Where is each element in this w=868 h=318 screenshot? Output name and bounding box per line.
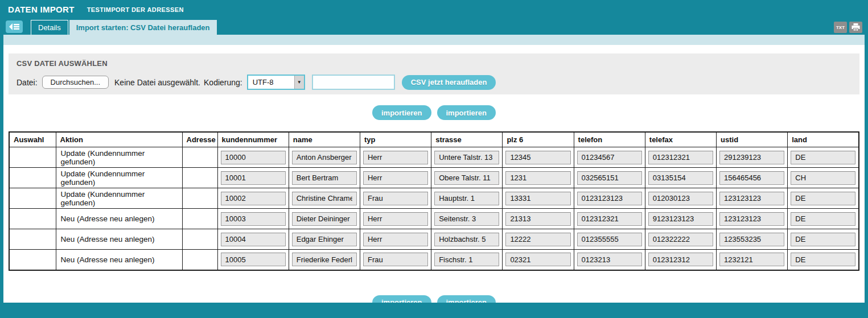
field-cell	[788, 147, 859, 168]
field-input[interactable]	[505, 171, 570, 185]
field-cell	[503, 209, 574, 229]
auswahl-cell	[9, 250, 56, 270]
field-input[interactable]	[719, 212, 784, 226]
field-input[interactable]	[292, 192, 357, 205]
field-cell	[431, 250, 503, 270]
adresse-cell	[182, 188, 217, 209]
main-content: CSV DATEI AUSWÄHLEN Datei: Durchsuchen..…	[3, 35, 865, 303]
field-input[interactable]	[363, 212, 428, 226]
field-input[interactable]	[221, 212, 286, 226]
import-button[interactable]: importieren	[372, 105, 431, 120]
field-input[interactable]	[791, 253, 855, 266]
adresse-cell	[182, 229, 217, 250]
tab-details[interactable]: Details	[31, 20, 68, 35]
field-input[interactable]	[505, 233, 570, 246]
field-input[interactable]	[505, 151, 570, 164]
field-cell	[431, 188, 503, 209]
import-button-group: importierenimportieren	[3, 295, 865, 303]
field-input[interactable]	[648, 212, 713, 226]
field-cell	[217, 250, 289, 270]
column-header: strasse	[431, 132, 503, 147]
field-input[interactable]	[434, 212, 499, 226]
file-label: Datei:	[17, 78, 38, 87]
field-cell	[217, 188, 289, 209]
filename-input[interactable]	[312, 75, 395, 90]
app-header: DATEN IMPORT TESTIMPORT DER ADRESSEN	[0, 0, 868, 19]
table-row: Neu (Adresse neu anlegen)	[9, 250, 859, 270]
field-input[interactable]	[791, 151, 855, 164]
field-input[interactable]	[363, 151, 428, 164]
field-input[interactable]	[648, 192, 713, 205]
field-input[interactable]	[363, 253, 428, 266]
print-button[interactable]	[849, 22, 862, 33]
field-input[interactable]	[791, 192, 855, 205]
field-input[interactable]	[292, 233, 357, 246]
field-input[interactable]	[292, 171, 357, 185]
field-input[interactable]	[719, 192, 784, 205]
field-input[interactable]	[292, 151, 357, 164]
import-button[interactable]: importieren	[437, 295, 496, 303]
column-header: name	[289, 132, 360, 147]
field-cell	[503, 229, 574, 250]
field-input[interactable]	[791, 233, 855, 246]
field-input[interactable]	[434, 233, 499, 246]
field-input[interactable]	[577, 233, 642, 246]
aktion-cell: Neu (Adresse neu anlegen)	[56, 229, 182, 250]
table-body: Update (Kundennummer gefunden)Update (Ku…	[9, 147, 859, 270]
field-input[interactable]	[505, 192, 570, 205]
auswahl-cell	[9, 188, 56, 209]
field-cell	[503, 147, 574, 168]
field-input[interactable]	[577, 253, 642, 266]
field-input[interactable]	[434, 253, 499, 266]
field-cell	[503, 168, 574, 188]
field-cell	[289, 168, 360, 188]
browse-file-button[interactable]: Durchsuchen...	[42, 76, 109, 89]
field-input[interactable]	[648, 171, 713, 185]
encoding-select[interactable]: UTF-8	[247, 75, 305, 90]
field-input[interactable]	[791, 171, 855, 185]
field-cell	[788, 229, 859, 250]
txt-export-button[interactable]: TXT	[834, 22, 847, 33]
field-input[interactable]	[577, 151, 642, 164]
encoding-label: Kodierung:	[204, 78, 242, 87]
field-input[interactable]	[292, 253, 357, 266]
adresse-cell	[182, 250, 217, 270]
field-input[interactable]	[648, 151, 713, 164]
csv-upload-button[interactable]: CSV jetzt heraufladen	[402, 75, 496, 90]
field-cell	[289, 229, 360, 250]
field-input[interactable]	[719, 233, 784, 246]
field-cell	[788, 188, 859, 209]
field-input[interactable]	[221, 233, 286, 246]
field-input[interactable]	[719, 171, 784, 185]
field-input[interactable]	[648, 233, 713, 246]
field-input[interactable]	[434, 192, 499, 205]
field-input[interactable]	[221, 151, 286, 164]
field-cell	[431, 209, 503, 229]
field-input[interactable]	[221, 171, 286, 185]
field-input[interactable]	[791, 212, 855, 226]
collapse-sidebar-button[interactable]	[6, 20, 23, 33]
field-input[interactable]	[363, 192, 428, 205]
field-input[interactable]	[505, 212, 570, 226]
field-input[interactable]	[292, 212, 357, 226]
tab-bar: Details Import starten: CSV Datei herauf…	[0, 19, 868, 35]
field-input[interactable]	[577, 171, 642, 185]
field-input[interactable]	[363, 233, 428, 246]
field-input[interactable]	[577, 212, 642, 226]
field-input[interactable]	[221, 192, 286, 205]
field-input[interactable]	[648, 253, 713, 266]
field-input[interactable]	[434, 171, 499, 185]
tab-toolbar: TXT	[834, 22, 862, 33]
import-button[interactable]: importieren	[437, 105, 496, 120]
import-button[interactable]: importieren	[372, 295, 431, 303]
field-input[interactable]	[577, 192, 642, 205]
adresse-cell	[182, 209, 217, 229]
field-input[interactable]	[505, 253, 570, 266]
field-input[interactable]	[221, 253, 286, 266]
field-input[interactable]	[434, 151, 499, 164]
field-input[interactable]	[719, 151, 784, 164]
field-input[interactable]	[719, 253, 784, 266]
field-input[interactable]	[363, 171, 428, 185]
tab-import-csv[interactable]: Import starten: CSV Datei heraufladen	[69, 20, 217, 35]
csv-panel-title: CSV DATEI AUSWÄHLEN	[17, 59, 851, 68]
